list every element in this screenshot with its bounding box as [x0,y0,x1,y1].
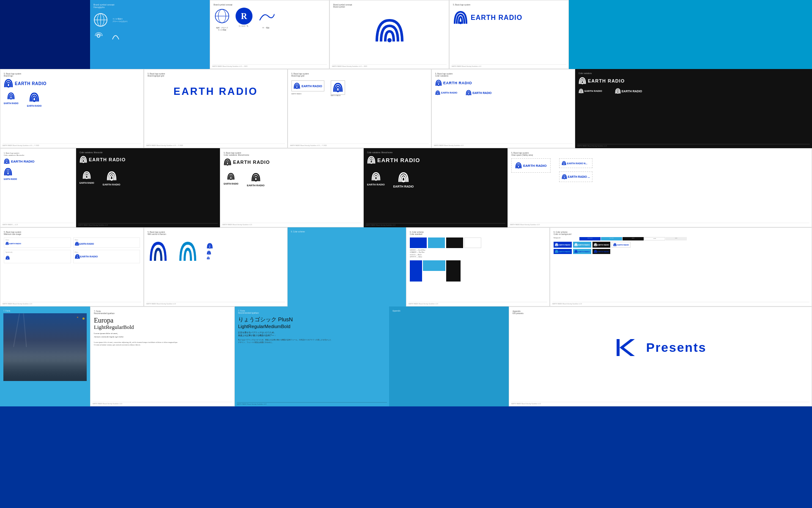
svg-point-28 [255,180,257,182]
layout: Ith RADiO EARTH RADIO Brand symbol conce… [0,0,812,508]
svg-point-19 [581,92,582,93]
slide-footer: EARTH RADIO Brand Identity Guideline v1.… [452,64,566,67]
svg-point-27 [230,179,232,180]
svg-marker-51 [620,348,635,356]
blue-bg-top-right [569,0,812,69]
slide-footer: EARTH RADIO Brand Identity Guideline v1.… [332,64,447,67]
svg-marker-50 [620,339,635,348]
svg-point-42 [556,246,557,246]
slide-r2s4: 5. Basic logo systemColor variations EAR… [431,69,575,148]
slide-r3s1: 5. Basic logo systemColor variations: Mo… [0,148,76,227]
svg-point-44 [595,246,595,246]
slide-footer: EARTH RADIO — v1.0 [3,223,74,226]
slide-footer: EARTH RADIO Brand Identity Guideline v1.… [510,223,809,226]
slide-footer: EARTH RADIO Brand Identity Guideline v1.… [3,144,141,146]
slide-r3s3: 5. Basic logo systemColor variations: Mo… [220,148,364,227]
svg-point-15 [438,85,439,86]
slide-footer: EARTH RADIO Brand Identity Guideline v1.… [212,64,327,67]
slide-r2s1: 5. Basic logo systemBrand logo EARTH RAD… [0,69,144,148]
svg-point-45 [615,246,615,246]
slide-r5s4: Appendix [389,306,509,406]
svg-point-29 [370,162,372,164]
svg-point-25 [110,179,112,181]
svg-point-39 [209,248,211,249]
svg-point-41 [208,259,208,259]
svg-point-33 [563,165,564,166]
svg-point-21 [6,163,8,164]
svg-point-22 [7,174,9,176]
svg-point-38 [77,258,77,259]
svg-point-34 [564,178,565,179]
svg-rect-49 [617,339,620,356]
svg-point-48 [595,252,595,253]
slide-r2s3: 5. Basic logo systemBrand logo grid EART… [288,69,431,148]
slide-footer: EARTH RADIO Brand Identity Guideline v1.… [290,144,429,146]
svg-point-32 [518,167,519,168]
svg-point-23 [82,162,84,163]
svg-point-36 [77,245,77,246]
slide-footer: EARTH RADIO Brand Identity Guideline v1.… [222,223,361,226]
svg-point-24 [86,177,88,179]
slide-r5s3: 7. FontsRecommended typeface りょうゴシック Plu… [235,306,389,406]
slide-r2s2: 5. Basic logo systemBrand logotype grid … [144,69,288,148]
slide-r5s2: 7. FontsRecommended typeface Europa Ligh… [90,306,235,406]
svg-point-10 [8,86,9,88]
svg-point-16 [437,94,438,95]
slide-footer: EARTH RADIO Brand Identity Guideline v1.… [93,402,232,405]
slide-r1s4: 5. Basic logo system EARTH RADIO EARTH R… [449,0,569,69]
slide-footer: EARTH RADIO Brand Identity Guideline v1.… [511,402,809,405]
svg-point-20 [617,93,618,94]
svg-point-37 [7,259,8,260]
slide-r3s4: Color variations: Monochrome EARTH RADIO [364,148,508,227]
slide-footer: EARTH RADIO Brand Identity Guideline v1.… [146,302,285,305]
svg-point-18 [582,83,583,84]
slide-footer: EARTH RADIO Brand Identity Guideline v1.… [146,144,285,146]
svg-point-14 [337,91,338,92]
slide-footer: EARTH RADIO Brand Identity Guideline v1.… [434,144,573,146]
slide-r1s1: Brand symbol conceptHieroglyphs ラジオ電波のグロ… [90,0,210,69]
svg-point-31 [403,180,405,182]
svg-point-35 [7,244,7,245]
svg-point-47 [576,252,576,253]
slide-r4s4: 6. Color schemeColor standard #0033CC — … [406,227,550,306]
slide-r3s2: Color variations: Monocolor EARTH RADIO [76,148,220,227]
slide-r5s1: 7. Fonts [0,306,90,406]
svg-point-26 [227,164,228,166]
slide-r4s5: 6. Color schemeColor on background Backg… [550,227,812,306]
svg-point-46 [556,252,557,253]
svg-point-43 [576,246,576,246]
slide-r1s3: Brand symbol conceptBrand symbol EARTH R… [329,0,449,69]
svg-point-40 [208,254,209,255]
slide-footer: EARTH RADIO Brand Identity Guideline v1.… [552,302,809,305]
slide-footer: EARTH RADIO Brand Identity Guideline v1.… [409,302,547,305]
svg-point-13 [296,88,298,89]
svg-point-4 [97,35,100,37]
svg-point-11 [11,98,12,99]
slide-r3s5: 5. Basic logo systemClear space (Safety … [508,148,812,227]
slide-r4s2: 5. Basic logo systemWith anchor & favico… [144,227,288,306]
slide-r2s5: Color variations EARTH RADIO [575,69,812,148]
slide-r5s5: AppendixKAI presents Presents EARTH RADI… [509,306,812,406]
slide-footer: EARTH RADIO Brand Identity Guideline v1.… [3,302,141,305]
svg-point-9 [459,22,462,24]
slide-r1s2: Brand symbol concept 地球・グローブラジオ電波 R [210,0,329,69]
svg-point-17 [468,94,469,96]
svg-point-12 [33,100,35,102]
slide-r4s1: 5. Basic logo systemMinimum size usage 1… [0,227,144,306]
slide-r4s3: 6. Color scheme [288,227,406,306]
svg-point-8 [387,38,392,42]
svg-point-30 [375,179,377,181]
